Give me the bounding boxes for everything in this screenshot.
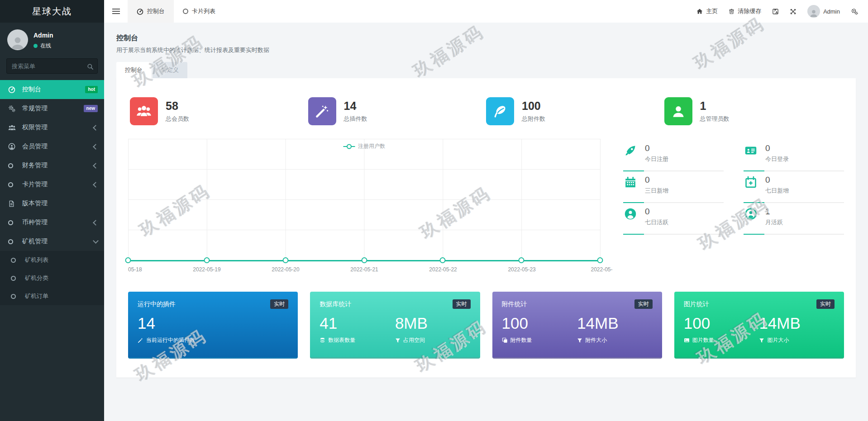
quick-stat-value: 1 <box>765 207 783 217</box>
realtime-badge: 实时 <box>634 299 653 309</box>
sidebar-item-general[interactable]: 常规管理 new <box>0 99 104 118</box>
tab-console[interactable]: 控制台 <box>116 62 151 78</box>
divider <box>744 202 844 203</box>
chevron-down-icon <box>93 238 99 244</box>
quick-stat-label: 七日新增 <box>765 187 789 195</box>
topbar-tab-console[interactable]: 控制台 <box>128 0 174 23</box>
id-card-icon <box>744 143 758 158</box>
sidebar-menu: 控制台 hot 常规管理 new 权限管理 会员管理 财务管理 <box>0 80 104 305</box>
online-dot-icon <box>33 44 38 48</box>
admin-dashboard: 星球大战 Admin 在线 控制台 hot <box>0 0 868 421</box>
divider <box>623 170 724 171</box>
card-value: 14MB <box>759 314 835 332</box>
topbar-right: 主页 清除缓存 Admin <box>696 0 868 23</box>
divider <box>623 202 724 203</box>
circle-icon <box>8 163 19 168</box>
gradient-cards-row: 运行中的插件 实时 14 当前运行中的插件数 <box>128 292 844 359</box>
tab-custom[interactable]: 自定义 <box>153 62 187 78</box>
user-info: Admin 在线 <box>33 29 53 50</box>
quick-stat-label: 三日新增 <box>645 187 668 195</box>
quick-stat-value: 0 <box>645 175 668 185</box>
user-circle-icon <box>8 143 19 150</box>
topbar-user[interactable]: Admin <box>807 5 840 18</box>
card-database-stats: 数据库统计 实时 41 数据表数量 <box>310 292 480 359</box>
settings-button[interactable] <box>851 8 858 15</box>
chart-x-axis: 05-18 2022-05-19 2022-05-20 2022-05-21 2… <box>128 265 601 276</box>
sidebar-item-card[interactable]: 卡片管理 <box>0 175 104 194</box>
card-value: 8MB <box>395 314 471 332</box>
stat-label: 总附件数 <box>522 115 545 123</box>
sidebar-item-finance[interactable]: 财务管理 <box>0 156 104 175</box>
trash-icon <box>729 8 734 14</box>
card-image-stats: 图片统计 实时 100 图片数量 <box>674 292 844 359</box>
user-circle-filled-icon <box>623 207 638 221</box>
stat-value: 100 <box>522 99 545 113</box>
home-button[interactable]: 主页 <box>696 7 718 15</box>
file-icon <box>8 200 19 207</box>
sidebar-item-auth[interactable]: 权限管理 <box>0 118 104 137</box>
data-point <box>282 257 288 263</box>
circle-icon <box>183 9 188 14</box>
copy-icon <box>502 337 508 343</box>
calendar-plus-icon <box>744 175 758 189</box>
sidebar-item-version[interactable]: 版本管理 <box>0 194 104 213</box>
page-head: 控制台 用于展示当前系统中的统计数据、统计报表及重要实时数据 <box>104 23 868 54</box>
card-value: 14MB <box>577 314 653 332</box>
language-button[interactable] <box>772 8 779 15</box>
data-point <box>204 257 210 263</box>
card-value: 100 <box>684 314 759 332</box>
sidebar-subitem-miner-order[interactable]: 矿机订单 <box>0 287 104 305</box>
summary-stats-row: 58 总会员数 14 总插件数 <box>130 97 842 125</box>
sidebar-item-currency[interactable]: 币种管理 <box>0 213 104 232</box>
sidebar-subitem-miner-category[interactable]: 矿机分类 <box>0 269 104 287</box>
users-icon <box>130 97 158 125</box>
quick-stat-label: 今日注册 <box>645 155 668 163</box>
leaf-icon <box>486 97 514 125</box>
mid-row: 注册用户数 05-18 2022-05-19 <box>128 139 844 276</box>
filter-icon <box>577 338 582 343</box>
data-point <box>597 257 603 263</box>
clear-cache-button[interactable]: 清除缓存 <box>729 7 761 15</box>
quick-stats: 0 今日注册 <box>601 139 844 276</box>
filter-icon <box>395 338 401 343</box>
content-tabs: 控制台 自定义 <box>116 62 868 78</box>
page-title: 控制台 <box>116 33 856 43</box>
page-description: 用于展示当前系统中的统计数据、统计报表及重要实时数据 <box>116 46 856 54</box>
sidebar-item-console[interactable]: 控制台 hot <box>0 80 104 99</box>
miner-submenu: 矿机列表 矿机分类 矿机订单 <box>0 251 104 305</box>
line-marker-icon <box>343 146 355 147</box>
chart-legend[interactable]: 注册用户数 <box>343 142 385 150</box>
stat-label: 总会员数 <box>166 115 189 123</box>
content: 控制台 用于展示当前系统中的统计数据、统计报表及重要实时数据 控制台 自定义 5… <box>104 23 868 421</box>
user-avatar[interactable] <box>7 29 28 50</box>
quick-stat-value: 0 <box>765 143 789 153</box>
topbar-tab-card-list[interactable]: 卡片列表 <box>174 0 224 23</box>
home-icon <box>696 8 703 14</box>
card-attachment-stats: 附件统计 实时 100 附件数量 <box>492 292 662 359</box>
sidebar: 星球大战 Admin 在线 控制台 hot <box>0 0 104 421</box>
dashboard-panel: 58 总会员数 14 总插件数 <box>116 78 856 378</box>
circle-icon <box>8 239 19 244</box>
sidebar-toggle-button[interactable] <box>104 0 128 23</box>
stat-total-members: 58 总会员数 <box>130 97 308 125</box>
fullscreen-button[interactable] <box>790 8 796 15</box>
quick-stat-label: 七日活跃 <box>645 218 668 227</box>
data-point <box>519 257 525 263</box>
app-logo[interactable]: 星球大战 <box>0 0 104 23</box>
quick-stat-value: 0 <box>765 175 789 185</box>
quick-stat-month-active: 1 月活跃 <box>744 203 844 235</box>
sidebar-item-miner[interactable]: 矿机管理 <box>0 232 104 251</box>
sidebar-item-member[interactable]: 会员管理 <box>0 137 104 156</box>
stat-value: 14 <box>344 99 367 113</box>
sidebar-subitem-miner-list[interactable]: 矿机列表 <box>0 251 104 269</box>
image-icon <box>684 337 690 343</box>
chevron-left-icon <box>93 182 99 188</box>
users-icon <box>8 124 19 132</box>
data-point <box>361 257 367 263</box>
stat-total-plugins: 14 总插件数 <box>308 97 486 125</box>
search-input[interactable] <box>6 58 98 74</box>
search-icon[interactable] <box>87 62 94 71</box>
dashboard-icon <box>8 86 19 93</box>
person-icon <box>10 35 25 50</box>
magic-wand-icon <box>308 97 336 125</box>
